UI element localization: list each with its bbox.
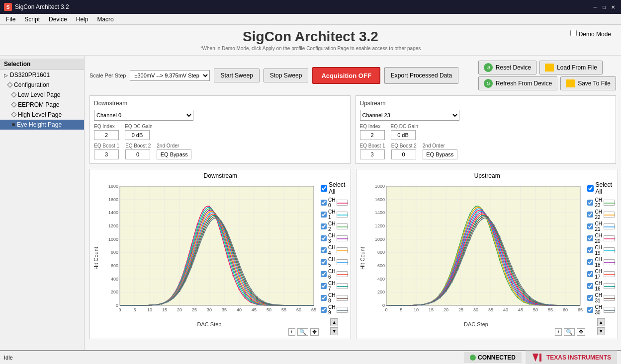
downstream-channel-select[interactable]: Channel 0 (94, 110, 193, 121)
downstream-ch-checkbox[interactable] (321, 223, 327, 229)
upstream-channel-select[interactable]: Channel 23 (360, 110, 459, 121)
menu-help[interactable]: Help (72, 15, 92, 24)
upstream-eq-index-value: 2 (360, 130, 385, 140)
downstream-ch-checkbox[interactable] (321, 247, 327, 253)
downstream-select-all-checkbox[interactable] (321, 185, 327, 192)
upstream-eq-dc-gain: EQ DC Gain 0 dB (391, 124, 419, 140)
menu-device[interactable]: Device (45, 15, 71, 24)
downstream-scroll-up[interactable]: ▲ (330, 318, 338, 326)
sidebar-item-eye-height[interactable]: Eye Height Page (0, 120, 84, 130)
menu-script[interactable]: Script (20, 15, 44, 24)
downstream-chart-wrapper: Hit Count DAC Step + 🔍 ✥ (93, 181, 319, 336)
upstream-legend: Select All CH 23 CH 22 CH 21 CH 20 CH 19… (587, 181, 614, 336)
menu-file[interactable]: File (2, 15, 19, 24)
downstream-ch-checkbox[interactable] (321, 307, 327, 313)
legend-swatch (604, 271, 615, 277)
legend-swatch (337, 295, 348, 301)
upstream-eq-boost2-value: 0 (391, 149, 416, 159)
upstream-zoom-out[interactable]: 🔍 (564, 328, 575, 336)
load-icon (545, 64, 554, 72)
legend-swatch (337, 235, 348, 241)
scale-select[interactable]: ±300mV --> 9.375mV Step (130, 70, 210, 81)
demo-mode-checkbox-label[interactable]: Demo Mode (570, 31, 611, 38)
downstream-select-all: Select All (321, 181, 348, 195)
load-file-button[interactable]: Load From File (539, 61, 603, 74)
upstream-y-axis-label: Hit Count (359, 181, 365, 336)
acquisition-off-button[interactable]: Acquisition OFF (312, 67, 380, 84)
export-data-button[interactable]: Export Processed Data (384, 67, 458, 84)
upstream-legend-item: CH 19 (587, 245, 614, 256)
upstream-ch-checkbox[interactable] (587, 200, 593, 206)
downstream-ch-checkbox[interactable] (321, 259, 327, 265)
downstream-ch-checkbox[interactable] (321, 271, 327, 277)
maximize-button[interactable]: □ (600, 3, 608, 11)
demo-mode-section: Demo Mode (570, 30, 611, 38)
right-btn-row-2: ↻ Refresh From Device Save To File (478, 76, 616, 90)
downstream-y-axis-label: Hit Count (93, 181, 99, 336)
upstream-scroll-up[interactable]: ▲ (597, 318, 605, 326)
upstream-eq-boost1: EQ Boost 1 3 (360, 143, 385, 159)
main-panel: Scale Per Step ±300mV --> 9.375mV Step S… (85, 56, 621, 350)
legend-swatch (604, 259, 615, 265)
downstream-chart-inner: DAC Step + 🔍 ✥ (100, 181, 319, 336)
sidebar-item-low-level[interactable]: Low Level Page (0, 90, 84, 100)
downstream-ch-checkbox[interactable] (321, 295, 327, 301)
menu-macro[interactable]: Macro (93, 15, 117, 24)
upstream-ch-checkbox[interactable] (587, 271, 593, 277)
upstream-2nd-order-value: EQ Bypass (423, 149, 457, 159)
upstream-ch-checkbox[interactable] (587, 212, 593, 218)
diamond-icon (11, 112, 16, 117)
window-controls: ─ □ ✕ (591, 3, 617, 11)
sidebar-item-eeprom[interactable]: EEPROM Page (0, 100, 84, 110)
sidebar-item-ds320pr1601[interactable]: ▷ DS320PR1601 (0, 70, 84, 80)
save-file-button[interactable]: Save To File (560, 76, 616, 90)
upstream-ch-checkbox[interactable] (587, 307, 593, 313)
stop-sweep-button[interactable]: Stop Sweep (264, 69, 309, 82)
upstream-title: Upstream (360, 100, 612, 107)
upstream-ch-checkbox[interactable] (587, 283, 593, 289)
sidebar-item-high-level[interactable]: High Level Page (0, 110, 84, 120)
minimize-button[interactable]: ─ (591, 3, 599, 11)
close-button[interactable]: ✕ (609, 3, 617, 11)
upstream-legend-item: CH 16 (587, 281, 614, 291)
upstream-ch-checkbox[interactable] (587, 247, 593, 253)
downstream-ch-checkbox[interactable] (321, 283, 327, 289)
upstream-pan[interactable]: ✥ (577, 328, 585, 336)
upstream-legend-item: CH 23 (587, 197, 614, 208)
header: SigCon Architect 3.2 Demo Mode *When in … (0, 25, 621, 56)
content-area: Selection ▷ DS320PR1601 Configuration Lo… (0, 56, 621, 350)
sidebar-item-configuration[interactable]: Configuration (0, 80, 84, 90)
downstream-eq-boost1-value: 3 (94, 149, 119, 159)
upstream-chart-area: Hit Count DAC Step + 🔍 ✥ (359, 181, 614, 336)
upstream-ch-checkbox[interactable] (587, 295, 593, 301)
downstream-scroll-down[interactable]: ▼ (330, 327, 338, 335)
upstream-zoom-in[interactable]: + (555, 328, 562, 336)
downstream-ch-checkbox[interactable] (321, 235, 327, 241)
downstream-ch-checkbox[interactable] (321, 200, 327, 206)
upstream-ch-checkbox[interactable] (587, 259, 593, 265)
downstream-legend-item: CH 0 (321, 197, 348, 208)
status-idle: Idle (4, 355, 460, 361)
downstream-pan[interactable]: ✥ (310, 328, 319, 336)
reset-device-button[interactable]: ↺ Reset Device (478, 61, 536, 74)
downstream-eq-boost2-value: 0 (125, 149, 150, 159)
upstream-legend-item: CH 17 (587, 269, 614, 280)
downstream-2nd-order: 2nd Order EQ Bypass (157, 143, 191, 159)
start-sweep-button[interactable]: Start Sweep (214, 69, 259, 82)
upstream-ch-checkbox[interactable] (587, 223, 593, 229)
downstream-ch-checkbox[interactable] (321, 212, 327, 218)
upstream-scroll-down[interactable]: ▼ (597, 327, 605, 335)
refresh-device-button[interactable]: ↻ Refresh From Device (478, 76, 557, 90)
downstream-eq-dc-gain: EQ DC Gain 0 dB (125, 124, 153, 140)
upstream-select-all-checkbox[interactable] (587, 185, 594, 192)
downstream-zoom-out[interactable]: 🔍 (297, 328, 308, 336)
statusbar: Idle CONNECTED TEXAS INSTRUMENTS (0, 350, 621, 364)
upstream-ch-checkbox[interactable] (587, 235, 593, 241)
reset-icon: ↺ (484, 63, 493, 72)
downstream-legend-item: CH 2 (321, 221, 348, 232)
legend-swatch (337, 200, 348, 206)
demo-mode-checkbox[interactable] (570, 30, 577, 36)
downstream-chart: Downstream Hit Count DAC Step + 🔍 ✥ (89, 169, 351, 339)
downstream-zoom-in[interactable]: + (288, 328, 295, 336)
diamond-icon (7, 82, 12, 87)
